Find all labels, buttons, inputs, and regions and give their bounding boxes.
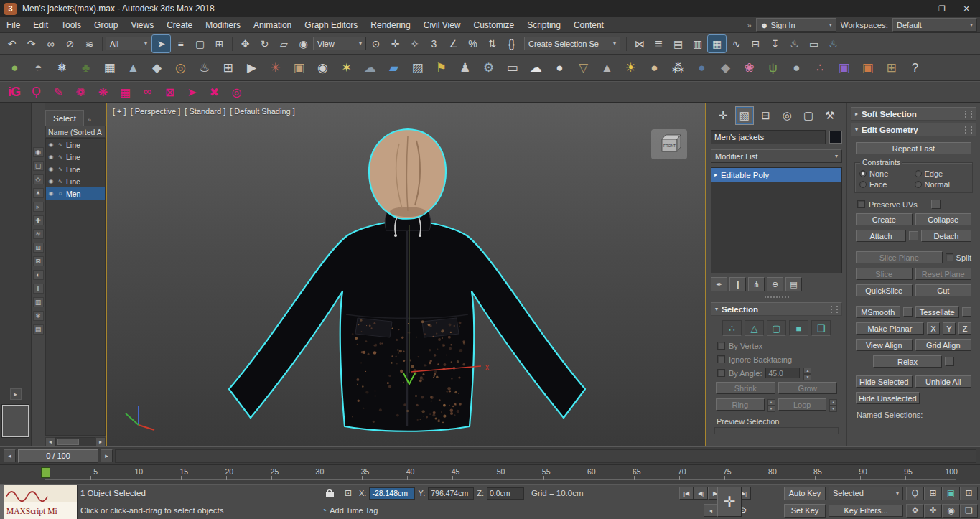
scene-row[interactable]: ◉ ○ Men — [46, 187, 105, 200]
msmooth-button[interactable]: MSmooth — [856, 306, 900, 318]
loop-spinner[interactable]: ▲▼ — [829, 399, 837, 411]
shrink-button[interactable]: Shrink — [716, 382, 775, 394]
time-slider-handle[interactable]: 0 / 100 — [18, 449, 98, 463]
tessellate-button[interactable]: Tessellate — [915, 306, 960, 318]
delete-box-icon[interactable]: ⊠ — [159, 83, 180, 100]
select-and-scale-icon[interactable]: ▱ — [275, 35, 293, 52]
ribbon-arrow-icon[interactable]: ➤ — [182, 83, 202, 100]
ribbon-toggle-icon[interactable]: ▦ — [708, 35, 726, 52]
flower-icon[interactable]: ❀ — [738, 57, 760, 78]
unlink-selection-icon[interactable]: ⊘ — [61, 35, 79, 52]
display-geometry-icon[interactable]: ▢ — [33, 161, 44, 171]
display-lights-icon[interactable]: ✶ — [33, 188, 44, 198]
auto-key-button[interactable]: Auto Key — [784, 487, 826, 500]
display-hidden-icon[interactable]: ▤ — [33, 324, 44, 335]
menu-animation[interactable]: Animation — [247, 17, 298, 32]
select-and-manipulate-icon[interactable]: ✛ — [386, 35, 404, 52]
menu-rendering[interactable]: Rendering — [364, 17, 416, 32]
attach-button[interactable]: Attach — [856, 230, 906, 242]
ring-button[interactable]: Ring — [716, 398, 765, 411]
viewport-general-menu[interactable]: [ + ] — [113, 107, 126, 116]
previous-frame-step-icon[interactable]: ◂ — [704, 504, 718, 517]
minimize-button[interactable]: ─ — [905, 1, 930, 17]
modifier-list-dropdown[interactable]: Modifier List ▾ — [711, 149, 842, 163]
object-name-field[interactable]: Men's jackets — [711, 130, 826, 144]
scene-explorer-overflow-chevron[interactable]: » — [88, 116, 91, 123]
menu-scripting[interactable]: Scripting — [521, 17, 567, 32]
reset-plane-button[interactable]: Reset Plane — [915, 268, 972, 280]
y-coordinate-field[interactable]: 796.474cm — [428, 487, 474, 500]
display-all-icon[interactable]: ◉ — [33, 147, 44, 157]
remove-modifier-icon[interactable]: ⊖ — [767, 277, 783, 291]
torus-knot-icon[interactable]: ◎ — [169, 57, 192, 78]
crowd-icon[interactable]: ♟ — [454, 57, 476, 78]
attach-settings-button[interactable] — [909, 231, 918, 240]
utilities-tab[interactable]: ⚒ — [821, 106, 839, 125]
molecule-icon[interactable]: ∴ — [809, 57, 831, 78]
constraint-face-radio[interactable]: Face — [859, 180, 913, 189]
viewport-pov-menu[interactable]: [ Perspective ] — [131, 107, 181, 116]
bind-to-space-warp-icon[interactable]: ≋ — [80, 35, 98, 52]
curve-editor-icon[interactable]: ∿ — [727, 35, 745, 52]
search-icon[interactable]: Ϙ — [26, 83, 47, 100]
make-unique-icon[interactable]: ⋔ — [748, 277, 765, 291]
edit-geometry-rollout-header[interactable]: ▾ Edit Geometry — [851, 123, 976, 136]
element-mode-icon[interactable]: ❑ — [811, 320, 831, 336]
unhide-all-button[interactable]: Unhide All — [915, 375, 972, 388]
panel-splitter[interactable] — [711, 294, 842, 300]
repeat-last-button[interactable]: Repeat Last — [856, 142, 971, 154]
display-bones-icon[interactable]: ǁ — [33, 284, 44, 294]
hide-unselected-button[interactable]: Hide Unselected — [856, 392, 920, 404]
display-materials-icon[interactable]: ◐ — [33, 270, 44, 280]
use-pivot-point-center-icon[interactable]: ⊙ — [367, 35, 385, 52]
scene-row[interactable]: ◉ ∿ Line — [46, 151, 105, 163]
scene-row[interactable]: ◉ ∿ Line — [46, 175, 105, 187]
keyboard-shortcut-override-icon[interactable]: ✧ — [406, 35, 424, 52]
mountain-icon[interactable]: ▲ — [122, 57, 144, 78]
border-mode-icon[interactable]: ▢ — [767, 320, 786, 336]
polygon-mode-icon[interactable]: ■ — [789, 320, 808, 336]
go-to-start-icon[interactable]: |◀ — [679, 487, 694, 500]
mirror-icon[interactable]: ⋈ — [630, 35, 648, 52]
msmooth-settings-button[interactable] — [903, 307, 913, 317]
basket-icon[interactable]: ▽ — [572, 57, 594, 78]
make-planar-button[interactable]: Make Planar — [856, 322, 924, 335]
snow-particle-icon[interactable]: ❅ — [51, 57, 73, 78]
visibility-eye-icon[interactable]: ◉ — [47, 178, 55, 184]
ring-spinner[interactable]: ▲▼ — [767, 399, 775, 411]
display-cameras-icon[interactable]: ▹ — [33, 202, 44, 212]
planar-z-button[interactable]: Z — [958, 322, 971, 335]
display-groups-icon[interactable]: ⊞ — [33, 243, 44, 253]
motion-tab[interactable]: ◎ — [778, 106, 796, 125]
chain-links-icon[interactable]: ∞ — [137, 83, 158, 100]
scroll-right-button[interactable]: ▸ — [95, 437, 106, 446]
menu-content[interactable]: Content — [567, 17, 610, 32]
display-xrefs-icon[interactable]: ⊠ — [33, 256, 44, 266]
view-align-button[interactable]: View Align — [856, 339, 913, 351]
visibility-eye-icon[interactable]: ◉ — [47, 154, 55, 160]
select-by-name-icon[interactable]: ≡ — [172, 35, 190, 52]
cone-icon[interactable]: ▲ — [596, 57, 618, 78]
preserve-uvs-settings-button[interactable] — [931, 200, 941, 209]
active-viewport-layout-tab[interactable] — [2, 405, 29, 437]
expand-arrow-icon[interactable]: ▸ — [714, 172, 717, 178]
spiral-icon[interactable]: ◎ — [226, 83, 247, 100]
rendered-frame-window-icon[interactable]: ▭ — [805, 35, 823, 52]
loop-button[interactable]: Loop — [778, 398, 827, 411]
photo-icon[interactable]: ▨ — [406, 57, 429, 78]
window-crossing-icon[interactable]: ⊞ — [210, 35, 228, 52]
by-vertex-checkbox[interactable] — [717, 342, 725, 350]
menu-edit[interactable]: Edit — [27, 17, 55, 32]
create-button[interactable]: Create — [856, 213, 913, 225]
key-filters-button[interactable]: Key Filters... — [829, 505, 903, 517]
scroll-left-button[interactable]: ◂ — [45, 437, 55, 446]
track-bar[interactable]: 5101520253035404550556065707580859095100 — [0, 464, 980, 484]
hide-selected-button[interactable]: Hide Selected — [856, 375, 913, 388]
menu-civil-view[interactable]: Civil View — [417, 17, 467, 32]
orbit-icon[interactable]: ◉ — [942, 504, 960, 518]
relax-settings-button[interactable] — [945, 357, 954, 366]
pattern-box-icon[interactable]: ▦ — [115, 83, 136, 100]
spinner-snap-toggle-icon[interactable]: ⇅ — [483, 35, 501, 52]
select-and-place-icon[interactable]: ◉ — [294, 35, 312, 52]
rectangular-selection-region-icon[interactable]: ▢ — [191, 35, 209, 52]
